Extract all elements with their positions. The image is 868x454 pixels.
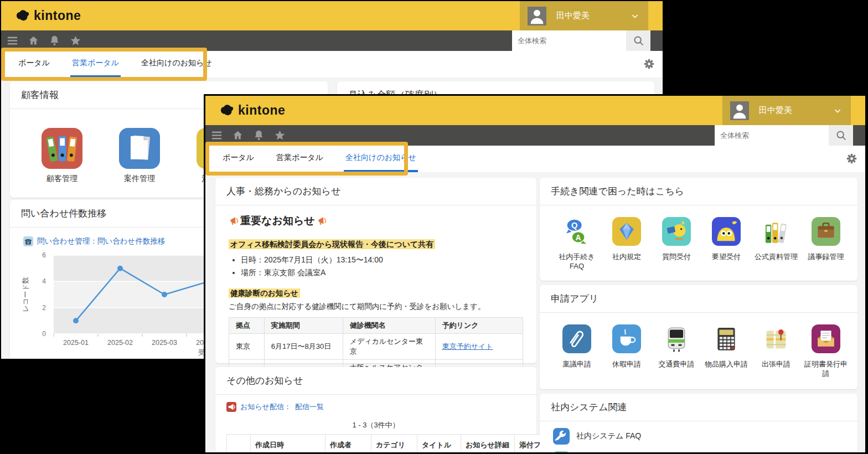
app-label: 質問受付 — [652, 252, 701, 261]
hamburger-menu-icon[interactable] — [7, 35, 18, 47]
col-blank — [227, 435, 251, 454]
col-category[interactable]: カテゴリ — [371, 435, 417, 454]
register-app-icon — [553, 451, 570, 454]
svg-text:2025-03: 2025-03 — [152, 339, 177, 347]
col-created-at[interactable]: 作成日時 — [251, 435, 326, 454]
bird-face-app-icon — [712, 217, 741, 246]
app-shortcut-question-desk[interactable]: 質問受付 — [652, 217, 701, 271]
notice-place: 場所：東京支部 会議室A — [241, 268, 523, 278]
search-input[interactable] — [715, 125, 829, 146]
table-header-row: 作成日時 作成者 カテゴリ タイトル お知らせ詳細 添付ファイル — [227, 435, 569, 454]
home-icon[interactable] — [28, 35, 39, 47]
cell-org: メディカルセンター東京 — [343, 334, 435, 360]
app-shortcut-official-docs[interactable]: 公式資料管理 — [751, 217, 801, 271]
search-icon — [835, 130, 847, 141]
app-label: 稟議申請 — [552, 359, 602, 369]
announce-app-link[interactable]: お知らせ配信： — [240, 402, 291, 412]
office-move-heading: オフィス移転検討委員会から現状報告・今後について共有 — [229, 240, 523, 250]
app-shortcut-case-management[interactable]: 案件管理 — [101, 128, 178, 184]
search-icon — [633, 35, 644, 47]
portal-tab-bar: ポータル 営業ポータル 全社向けのお知らせ — [1, 51, 663, 78]
favorites-star-icon[interactable] — [274, 130, 286, 141]
app-label: 出張申請 — [751, 359, 801, 369]
app-shortcut-certificate[interactable]: 証明書発行申請 — [801, 324, 851, 378]
binders-app-icon — [762, 217, 790, 246]
inquiry-chart-link[interactable]: 問い合わせ管理：問い合わせ件数推移 — [37, 236, 165, 246]
home-icon[interactable] — [232, 130, 244, 141]
health-check-heading: 健康診断のお知らせ — [229, 288, 523, 298]
notification-bell-icon[interactable] — [49, 35, 60, 47]
user-avatar — [528, 7, 546, 25]
app-label: 議事録管理 — [801, 252, 851, 261]
health-check-note: ご自身の拠点に対応する健診機関にて期間内に予約・受診をお願いします。 — [229, 302, 523, 312]
app-shortcut-minutes[interactable]: 議事録管理 — [801, 217, 851, 271]
hr-announcements-card: 人事・総務からのお知らせ 重要なお知らせ オフィス移転検討委員会から現状報告・今… — [215, 178, 536, 363]
link-internal-system-faq[interactable]: 社内システム FAQ — [540, 421, 857, 445]
app-shortcut-purchase[interactable]: 物品購入申請 — [701, 324, 751, 378]
notification-bell-icon[interactable] — [253, 130, 265, 141]
app-label: 要望受付 — [701, 252, 751, 261]
app-header: kintone 田中愛美 — [1, 1, 663, 30]
app-label: 顧客管理 — [23, 174, 101, 184]
hamburger-menu-icon[interactable] — [211, 130, 223, 141]
table-row: 東京 6月17日〜8月30日 メディカルセンター東京 東京予約サイト — [229, 334, 523, 360]
col-site: 拠点 — [229, 318, 265, 334]
kintone-blob-icon — [220, 104, 234, 118]
svg-text:0: 0 — [42, 330, 46, 338]
svg-text:2025-01: 2025-01 — [63, 339, 89, 347]
col-author[interactable]: 作成者 — [326, 435, 371, 454]
card-title: その他のお知らせ — [215, 367, 536, 395]
global-nav-bar: ? — [205, 125, 865, 146]
tokyo-reservation-link[interactable]: 東京予約サイト — [442, 342, 493, 350]
tab-portal[interactable]: ポータル — [17, 51, 51, 78]
calculator-app-icon — [712, 324, 741, 353]
app-shortcut-customer-management[interactable]: 顧客管理 — [23, 128, 101, 184]
notice-datetime: 日時：2025年7月1日（火）13:15〜14:00 — [241, 255, 523, 265]
user-menu[interactable]: 田中愛美 — [722, 96, 851, 125]
kintone-logo[interactable]: kintone — [16, 8, 81, 23]
tab-portal[interactable]: ポータル — [221, 146, 256, 172]
app-label: 交通費申請 — [652, 359, 701, 369]
card-title: 人事・総務からのお知らせ — [215, 178, 536, 205]
search-button[interactable] — [626, 30, 650, 51]
search-button[interactable] — [829, 125, 853, 146]
app-shortcut-ringi[interactable]: 稟議申請 — [552, 324, 602, 378]
tab-sales-portal[interactable]: 営業ポータル — [70, 51, 121, 78]
diamond-app-icon — [612, 217, 641, 246]
app-label: 案件管理 — [101, 174, 178, 184]
app-shortcut-transport-expense[interactable]: 交通費申請 — [652, 324, 701, 378]
internal-systems-card: 社内システム関連 社内システム FAQ IT相談窓口 — [540, 394, 857, 454]
portal-settings-gear-icon[interactable] — [643, 58, 655, 70]
kintone-blob-icon — [16, 9, 30, 23]
tab-company-news[interactable]: 全社向けのお知らせ — [140, 51, 214, 78]
blue-document-app-icon — [119, 128, 160, 169]
app-shortcut-internal-faq[interactable]: QA 社内手続き FAQ — [552, 217, 602, 271]
request-apps-card: 申請アプリ 稟議申請 休暇申請 交通費申請 — [540, 285, 857, 389]
announce-view-link[interactable]: 配信一覧 — [295, 402, 324, 412]
tab-sales-portal[interactable]: 営業ポータル — [275, 146, 325, 172]
chevron-down-icon — [631, 12, 639, 20]
app-label: 物品購入申請 — [701, 359, 751, 369]
col-title[interactable]: タイトル — [417, 435, 461, 454]
col-detail[interactable]: お知らせ詳細 — [461, 435, 515, 454]
search-input[interactable] — [512, 30, 626, 51]
app-shortcut-vacation[interactable]: 休暇申請 — [602, 324, 652, 378]
app-shortcut-company-rules[interactable]: 社内規定 — [602, 217, 652, 271]
kintone-logo[interactable]: kintone — [220, 103, 285, 118]
card-title: 申請アプリ — [540, 285, 857, 313]
megaphone-icon — [229, 216, 239, 226]
app-shortcut-request-desk[interactable]: 要望受付 — [701, 217, 751, 271]
svg-text:6: 6 — [42, 251, 46, 259]
card-title: 社内システム関連 — [540, 394, 857, 421]
user-menu[interactable]: 田中愛美 — [520, 1, 648, 30]
app-shortcut-business-trip[interactable]: 出張申請 — [751, 324, 801, 378]
important-notice-text: 重要なお知らせ — [240, 214, 315, 228]
tab-company-news[interactable]: 全社向けのお知らせ — [344, 146, 418, 172]
portal-window-company-news: kintone 田中愛美 ? — [204, 94, 867, 454]
paperclip-app-icon — [562, 324, 591, 353]
portal-settings-gear-icon[interactable] — [846, 153, 857, 164]
favorites-star-icon[interactable] — [70, 35, 81, 47]
announcements-list-table: 作成日時 作成者 カテゴリ タイトル お知らせ詳細 添付ファイル — [226, 434, 569, 454]
link-it-help-desk[interactable]: IT相談窓口 — [540, 445, 857, 454]
global-search — [512, 30, 650, 51]
